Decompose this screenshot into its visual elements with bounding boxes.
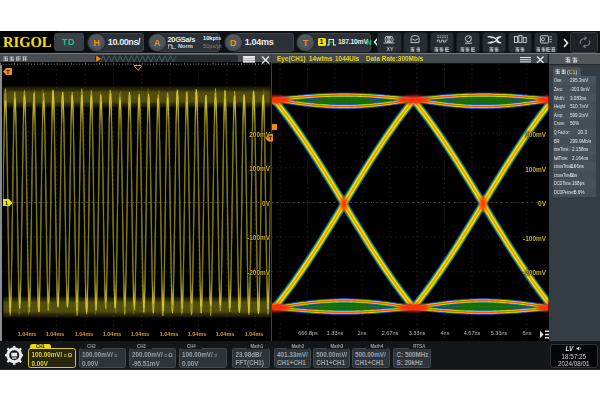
svg-text:1: 1 bbox=[4, 199, 8, 206]
